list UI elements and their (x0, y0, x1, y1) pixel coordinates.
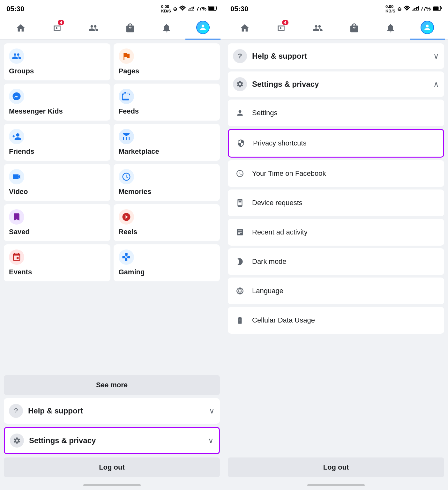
grid-item-gaming[interactable]: Gaming (114, 244, 220, 281)
logout-button-left[interactable]: Log out (4, 457, 220, 477)
home-indicator-right (224, 480, 448, 490)
settings-label-time: Your Time on Facebook (252, 169, 439, 178)
nav-bar-right: 4 (224, 17, 448, 40)
saved-label: Saved (9, 228, 30, 236)
wifi-icon-left (179, 5, 186, 13)
memories-label: Memories (119, 188, 152, 196)
nav-bell-left[interactable] (149, 17, 184, 40)
memories-icon (119, 169, 134, 184)
saved-icon (9, 209, 24, 225)
settings-icon-right (233, 77, 247, 91)
nav-home-right[interactable] (227, 17, 262, 40)
grid-item-messenger-kids[interactable]: Messenger Kids (4, 84, 110, 121)
svg-point-0 (182, 10, 183, 11)
help-support-section-left[interactable]: ? Help & support ∨ (4, 398, 220, 424)
right-phone-panel: 05:30 0.00KB/S ⊖ 77% 4 (224, 0, 448, 490)
settings-item-dark[interactable]: Dark mode (228, 248, 444, 275)
feeds-label: Feeds (119, 107, 139, 115)
svg-rect-8 (441, 7, 442, 9)
help-icon-left: ? (9, 404, 23, 418)
wifi-icon-right (403, 5, 410, 13)
time-left: 05:30 (6, 5, 24, 13)
left-content: GroupsPagesMessenger KidsFeedsFriendsMar… (0, 40, 224, 372)
status-icons-right: 0.00KB/S ⊖ 77% (385, 4, 442, 14)
settings-item-device[interactable]: Device requests (228, 189, 444, 216)
help-support-section-right[interactable]: ? Help & support ∨ (228, 43, 444, 69)
battery-text-left: 77% (196, 6, 206, 12)
settings-privacy-label-left: Settings & privacy (29, 436, 96, 445)
svg-rect-4 (209, 6, 214, 10)
grid-item-video[interactable]: Video (4, 164, 110, 201)
left-phone-panel: 05:30 0.00KB/S ⊖ 77% 4 (0, 0, 224, 490)
help-icon-right: ? (233, 49, 247, 63)
grid-item-marketplace[interactable]: Marketplace (114, 124, 220, 161)
pages-icon (119, 48, 134, 64)
nav-bell-right[interactable] (373, 17, 408, 40)
grid-item-friends[interactable]: Friends (4, 124, 110, 161)
settings-item-ads[interactable]: Recent ad activity (228, 219, 444, 246)
messenger-kids-icon (9, 89, 24, 104)
grid-item-feeds[interactable]: Feeds (114, 84, 220, 121)
nav-video-right[interactable]: 4 (264, 17, 299, 40)
settings-label-dark: Dark mode (252, 257, 439, 266)
settings-icon-left (10, 434, 24, 448)
friends-icon (9, 129, 24, 144)
settings-item-settings[interactable]: Settings (228, 100, 444, 126)
settings-chevron-left: ∨ (208, 436, 214, 445)
settings-privacy-label-right: Settings & privacy (252, 80, 319, 89)
grid-item-events[interactable]: Events (4, 244, 110, 281)
see-more-button[interactable]: See more (4, 375, 220, 395)
events-label: Events (9, 268, 32, 276)
svg-point-5 (407, 10, 407, 11)
nav-menu-right[interactable] (410, 17, 445, 40)
nav-marketplace-right[interactable] (337, 17, 372, 40)
messenger-kids-label: Messenger Kids (9, 107, 63, 115)
settings-item-icon-ads (233, 225, 247, 239)
battery-icon-left (208, 6, 217, 12)
settings-label-privacy: Privacy shortcuts (253, 139, 438, 147)
battery-icon-right (433, 6, 442, 12)
nav-marketplace-left[interactable] (113, 17, 148, 40)
signal-text-left: 0.00KB/S (161, 4, 171, 14)
settings-item-language[interactable]: Language (228, 278, 444, 304)
reels-icon (119, 209, 134, 225)
settings-item-icon-device (233, 196, 247, 210)
battery-text-right: 77% (421, 6, 431, 12)
settings-privacy-section-left: Settings & privacy ∨ (4, 427, 220, 454)
groups-icon (9, 48, 24, 64)
logout-button-right[interactable]: Log out (228, 457, 444, 477)
grid-item-groups[interactable]: Groups (4, 43, 110, 80)
help-chevron-right: ∨ (433, 52, 439, 61)
settings-privacy-header-right[interactable]: Settings & privacy ∧ (228, 71, 444, 97)
nav-people-left[interactable] (76, 17, 111, 40)
settings-privacy-header-left[interactable]: Settings & privacy ∨ (5, 428, 219, 453)
right-bottom: Log out (224, 451, 448, 480)
grid-item-saved[interactable]: Saved (4, 204, 110, 241)
settings-item-icon-cellular (233, 313, 247, 327)
settings-item-time[interactable]: Your Time on Facebook (228, 160, 444, 187)
settings-item-privacy[interactable]: Privacy shortcuts (228, 129, 444, 158)
grid-item-pages[interactable]: Pages (114, 43, 220, 80)
settings-item-icon-settings (233, 106, 247, 120)
status-bar-left: 05:30 0.00KB/S ⊖ 77% (0, 0, 224, 17)
pages-label: Pages (119, 67, 139, 75)
settings-item-icon-privacy (234, 136, 248, 150)
marketplace-icon (119, 129, 134, 144)
nav-people-right[interactable] (300, 17, 335, 40)
grid-item-memories[interactable]: Memories (114, 164, 220, 201)
time-right: 05:30 (230, 5, 248, 13)
svg-rect-9 (433, 6, 439, 10)
settings-item-icon-language (233, 284, 247, 298)
settings-label-settings: Settings (252, 109, 439, 117)
home-bar-right (307, 484, 365, 486)
settings-item-cellular[interactable]: Cellular Data Usage (228, 307, 444, 334)
nav-home-left[interactable] (3, 17, 38, 40)
svg-rect-3 (216, 7, 217, 9)
settings-chevron-right-up: ∧ (433, 80, 439, 89)
grid-item-reels[interactable]: Reels (114, 204, 220, 241)
status-bar-right: 05:30 0.00KB/S ⊖ 77% (224, 0, 448, 17)
nav-video-left[interactable]: 4 (40, 17, 75, 40)
minus-icon-right: ⊖ (397, 6, 401, 12)
nav-menu-left[interactable] (185, 17, 220, 40)
help-chevron-left: ∨ (209, 406, 215, 415)
